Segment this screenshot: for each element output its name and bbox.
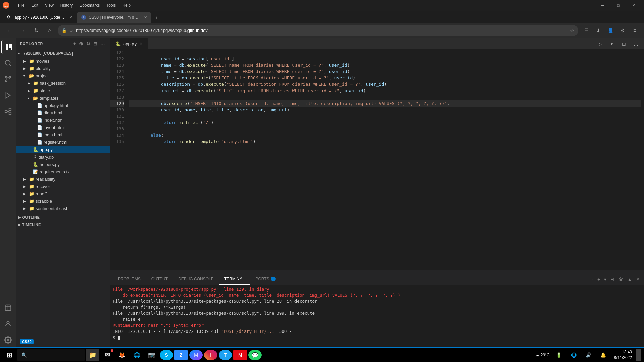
activity-extensions[interactable] — [1, 105, 15, 118]
sidebar-more-icon[interactable]: … — [100, 40, 106, 47]
editor-tab-close[interactable]: ✕ — [139, 41, 143, 46]
panel-trash-icon[interactable]: 🗑 — [617, 275, 625, 283]
tree-recover[interactable]: ▶ 📁 recover — [16, 183, 110, 190]
editor-tab-apppy[interactable]: 🐍 app.py ✕ — [110, 38, 148, 49]
tree-layout[interactable]: ▶ 📄 layout.html — [16, 124, 110, 131]
tree-scrabble[interactable]: ▶ 📁 scrabble — [16, 197, 110, 205]
address-bar[interactable]: 🔒 🛡 https://rumeysagelgi-code50-79201800… — [58, 25, 578, 36]
notification-icon[interactable]: 🔔 — [597, 349, 610, 361]
taskbar-explorer[interactable]: 📁 — [86, 349, 99, 361]
sidebar-refresh-icon[interactable]: ↻ — [86, 40, 91, 47]
tab-1-close[interactable]: ✕ — [69, 15, 72, 20]
panel-home-icon[interactable]: ⌂ — [589, 275, 594, 283]
activity-run-debug[interactable] — [1, 88, 15, 102]
tree-root[interactable]: ▾ 79201800 [CODESPACES] — [16, 49, 110, 57]
panel-add-icon[interactable]: + — [596, 275, 601, 283]
tab-2[interactable]: f CS50 | Hi everyone. I'm basicall... ✕ — [77, 12, 151, 23]
home-button[interactable]: ⌂ — [44, 25, 55, 36]
menu-file[interactable]: File — [15, 2, 28, 9]
sidebar-new-file-icon[interactable]: + — [73, 40, 77, 47]
tree-login[interactable]: ▶ 📄 login.html — [16, 131, 110, 138]
tree-apppy[interactable]: ▶ 🐍 app.py — [16, 146, 110, 153]
tree-movies[interactable]: ▶ 📁 movies — [16, 57, 110, 65]
panel-tab-problems[interactable]: PROBLEMS — [113, 273, 146, 285]
menu-edit[interactable]: Edit — [28, 2, 42, 9]
panel-tab-output[interactable]: OUTPUT — [146, 273, 173, 285]
taskbar-twitter[interactable]: T — [219, 350, 232, 360]
tree-static[interactable]: ▶ 📁 static — [16, 87, 110, 94]
back-button[interactable]: ← — [4, 25, 15, 36]
volume-icon[interactable]: 🔊 — [582, 349, 595, 361]
panel-split-icon[interactable]: ⊟ — [609, 275, 616, 283]
scrollbar[interactable] — [110, 270, 644, 273]
sidebar-collapse-icon[interactable]: ⊟ — [93, 40, 98, 47]
pocket-icon[interactable]: ⬇ — [593, 25, 604, 36]
taskbar-messenger[interactable]: M — [189, 350, 203, 360]
menu-bookmarks[interactable]: Bookmarks — [76, 2, 103, 9]
activity-explorer[interactable] — [1, 40, 15, 54]
taskbar-netflix[interactable]: N — [233, 350, 247, 360]
timeline-section[interactable]: ▶ TIMELINE — [16, 221, 110, 228]
search-button[interactable]: 🔍 — [17, 349, 85, 361]
tree-readability[interactable]: ▶ 📁 readability — [16, 175, 110, 183]
taskbar-mail[interactable]: ✉ — [101, 349, 114, 361]
sync-icon[interactable]: ⚙ — [617, 25, 628, 36]
show-desktop-button[interactable] — [636, 349, 641, 361]
menu-history[interactable]: History — [57, 2, 76, 9]
new-tab-button[interactable]: + — [152, 13, 161, 23]
panel-maximize-icon[interactable]: ▲ — [626, 275, 633, 283]
more-actions[interactable]: … — [631, 39, 641, 49]
tree-diarydb[interactable]: ▶ 🗄 diary.db — [16, 153, 110, 161]
tab-1[interactable]: ⚙ app.py - 79201800 [Codespace... ✕ — [3, 12, 76, 23]
activity-test[interactable] — [1, 301, 15, 314]
taskbar-zoom[interactable]: Z — [174, 350, 188, 360]
tree-sentimental-cash[interactable]: ▶ 📁 sentimental-cash — [16, 205, 110, 212]
taskbar-skype[interactable]: S — [160, 350, 173, 360]
tree-project[interactable]: ▾ 📂 project — [16, 72, 110, 79]
minimize-button[interactable]: ─ — [595, 0, 610, 11]
taskbar-whatsapp[interactable]: 💬 — [248, 350, 262, 360]
sidebar-new-folder-icon[interactable]: ⊕ — [78, 40, 84, 47]
menu-icon[interactable]: ≡ — [629, 25, 640, 36]
profile-icon[interactable]: 👤 — [605, 25, 616, 36]
panel-close-icon[interactable]: ✕ — [635, 275, 641, 283]
tree-requirements[interactable]: ▶ 📝 requirements.txt — [16, 168, 110, 175]
terminal-content[interactable]: File "/workspaces/79201800/project/app.p… — [110, 285, 644, 347]
activity-settings[interactable] — [1, 333, 15, 347]
battery-icon[interactable]: 🔋 — [552, 349, 566, 361]
menu-view[interactable]: View — [42, 2, 57, 9]
taskbar-instagram[interactable]: I — [204, 350, 217, 360]
menu-help[interactable]: Help — [119, 2, 134, 9]
panel-tab-terminal[interactable]: TERMINAL — [219, 273, 250, 285]
forward-button[interactable]: → — [17, 25, 28, 36]
close-button[interactable]: ✕ — [626, 0, 641, 11]
split-editor[interactable]: ⊡ — [619, 39, 629, 49]
tree-index[interactable]: ▶ 📄 index.html — [16, 116, 110, 124]
activity-search[interactable] — [1, 56, 15, 70]
start-button[interactable]: ⊞ — [3, 349, 16, 361]
panel-tab-ports[interactable]: PORTS 1 — [250, 273, 281, 285]
tree-diary[interactable]: ▶ 📄 diary.html — [16, 109, 110, 116]
panel-tab-debug[interactable]: DEBUG CONSOLE — [173, 273, 219, 285]
reload-button[interactable]: ↻ — [31, 25, 42, 36]
tree-apology[interactable]: ▶ 📄 apology.html — [16, 102, 110, 109]
panel-add-dropdown[interactable]: ▾ — [603, 275, 608, 283]
maximize-button[interactable]: □ — [610, 0, 626, 11]
network-icon[interactable]: 🌐 — [567, 349, 581, 361]
code-area[interactable]: user_id = session["user_id"] name = db.e… — [127, 49, 644, 270]
tab-2-close[interactable]: ✕ — [144, 15, 147, 20]
tree-helpers[interactable]: ▶ 🐍 helpers.py — [16, 161, 110, 168]
activity-source-control[interactable] — [1, 72, 15, 86]
tree-runoff[interactable]: ▶ 📁 runoff — [16, 190, 110, 197]
menu-tools[interactable]: Tools — [103, 2, 119, 9]
run-dropdown[interactable]: ▾ — [606, 39, 617, 49]
tree-register[interactable]: ▶ 📄 register.html — [16, 138, 110, 146]
taskbar-firefox[interactable]: 🦊 — [115, 349, 129, 361]
outline-section[interactable]: ▶ OUTLINE — [16, 214, 110, 221]
activity-accounts[interactable] — [1, 317, 15, 330]
run-button[interactable]: ▷ — [594, 39, 605, 49]
tree-templates[interactable]: ▾ 📂 templates — [16, 94, 110, 102]
tree-flask-session[interactable]: ▶ 📁 flask_session — [16, 79, 110, 87]
tree-plurality[interactable]: ▶ 📁 plurality — [16, 65, 110, 72]
taskbar-chrome[interactable]: 🌐 — [130, 349, 144, 361]
